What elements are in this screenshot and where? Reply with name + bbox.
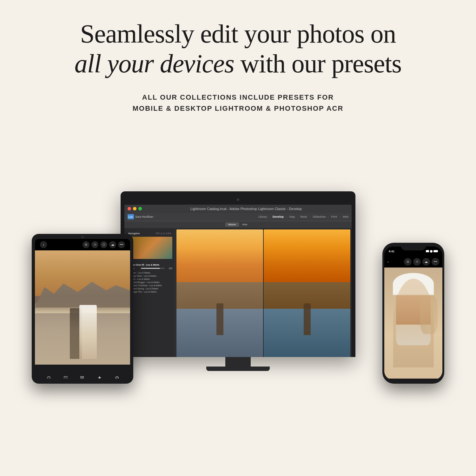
bride-figure [79,305,97,359]
edit-icon: ⊞ [78,374,87,379]
monitor-titlebar: Lightroom Catalog.lrcat - Adobe Photosho… [124,205,352,213]
lr-before-btn[interactable]: Before [225,222,239,227]
person-after [304,303,311,335]
phone-icon-2[interactable]: ☉ [413,258,421,266]
lr-navigator-header: Navigator FIT | 1:1 | 2:1% [127,231,172,235]
wedding-photo-bg [35,250,130,365]
headline-line1: Seamlessly edit your photos on [80,19,396,48]
tablet-top-icons: ‹ ⊙ ☉ ⬡ ☁ ••• [35,239,130,250]
tablet-tool-presets[interactable]: ⊙ Presets [44,374,54,379]
headline-normal: with our presets [234,49,401,78]
lr-preset-item-1[interactable]: Urban - Lou & Marks [127,271,172,274]
lr-preset-item-6[interactable]: Vibrant Spring - Lou & Marks [127,287,172,290]
tablet-photo [35,250,130,365]
traffic-light-red [128,207,131,210]
monitor-outer: Lightroom Catalog.lrcat - Adobe Photosho… [121,191,355,357]
signal-icon [426,250,429,252]
lr-slider-fill [141,268,160,269]
tablet-tool-icons: ⊙ Presets ⊡ Crop ⊞ Edit ✦ [41,372,124,379]
headline-italic: all your devices [75,49,234,78]
monitor-screen: Lightroom Catalog.lrcat - Adobe Photosho… [124,205,352,357]
monitor-stand [121,357,355,371]
subtitle-line1: ALL OUR COLLECTIONS INCLUDE PRESETS FOR [142,93,334,101]
subtitle-line2: MOBILE & DESKTOP LIGHTROOM & PHOTOSHOP A… [133,104,344,112]
lr-photo-area: ⊞ ⊟ ⊠ ⌄ Before & After ◀ ▶ Soft Proofing [175,228,352,357]
phone-device: 9:41 ‹ ⊙ ☉ ☁ ••• [382,243,444,384]
sunset-after-sky [264,229,350,289]
lr-preset-item-3[interactable]: Vibes - Lou & Marks [127,278,172,281]
tablet-icon-more[interactable]: ••• [118,241,125,248]
phone-icon-3[interactable]: ☁ [422,258,430,266]
tablet-tool-edit[interactable]: ⊞ Edit [78,374,87,379]
headline-section: Seamlessly edit your photos on all your … [49,19,427,79]
lr-tab-map[interactable]: Map [289,215,295,218]
desktop-monitor: Lightroom Catalog.lrcat - Adobe Photosho… [121,191,355,371]
lr-tab-book[interactable]: Book [301,215,307,218]
wifi-icon [430,250,433,253]
tablet-tool-heal[interactable]: ⊘ Heal [112,374,121,379]
tablet-outer: ‹ ⊙ ☉ ⬡ ☁ ••• [32,234,133,384]
lr-preset-list: Urban - Lou & Marks Vacay Vibes - Lou & … [127,271,172,293]
phone-photo [384,268,442,379]
tablet-tool-masking[interactable]: ✦ Masking [94,374,105,379]
sunset-before-scene [176,229,263,357]
phone-notch [401,243,426,250]
lr-nav-tabs: Library | Develop | Map | Book | Slidesh… [258,215,348,218]
lr-preset-item-2[interactable]: Vacay Vibes - Lou & Marks [127,274,172,277]
tablet-back-button[interactable]: ‹ [40,241,47,248]
lr-main-ui: Navigator FIT | 1:1 | 2:1% Preset Vintag… [124,228,352,357]
tablet-camera [81,236,84,238]
lr-preset-item-7[interactable]: Vintage Film - Lou & Marks [127,290,172,293]
phone-time: 9:41 [389,250,394,253]
phone-icon-1[interactable]: ⊙ [404,258,412,266]
woman-hat-background [384,268,442,379]
phone-icon-4[interactable]: ••• [432,258,439,266]
lr-logo: LrC [128,214,134,219]
lr-logo-area: LrC Sara Houlihan [128,214,153,219]
monitor-camera [237,198,239,201]
monitor-camera-bar [124,195,352,204]
battery-icon [433,250,438,252]
lr-before-after-bar: Before After [124,221,352,228]
headline-text: Seamlessly edit your photos on all your … [75,19,401,79]
woman-hat-shape [393,273,433,295]
devices-section: Lightroom Catalog.lrcat - Adobe Photosho… [0,123,476,409]
lr-after-btn[interactable]: After [239,222,251,227]
lr-preset-item-5[interactable]: Vibrant Christmas - Lou & Marks [127,284,172,287]
heal-icon: ⊘ [112,374,121,379]
traffic-light-green [138,207,142,210]
sunset-sky [176,229,263,289]
back-arrow-icon: ‹ [43,242,44,247]
lr-tab-develop[interactable]: Develop [273,215,284,218]
groom-figure [70,308,82,359]
tablet-device: ‹ ⊙ ☉ ⬡ ☁ ••• [32,234,133,384]
lr-slider[interactable] [141,268,165,269]
masking-icon: ✦ [95,374,104,379]
lr-navigator-thumb [127,237,172,259]
monitor-base [206,367,270,371]
tablet-icon-camera[interactable]: ⬡ [100,241,107,248]
lr-before-panel [176,229,263,357]
lr-tab-slideshow[interactable]: Slideshow [313,215,326,218]
phone-back-arrow-icon[interactable]: ‹ [387,259,389,264]
subtitle-section: ALL OUR COLLECTIONS INCLUDE PRESETS FOR … [101,92,375,114]
traffic-light-yellow [133,207,136,210]
phone-screen: 9:41 ‹ ⊙ ☉ ☁ ••• [384,247,442,380]
person-before [216,303,223,335]
lr-tab-library[interactable]: Library [258,215,267,218]
tablet-top-right-icons: ⊙ ☉ ⬡ ☁ ••• [83,241,125,248]
lr-after-panel [264,229,350,357]
tablet-icon-adjustments[interactable]: ☉ [91,241,98,248]
lr-preset-value: Vintage Glow 05 - Lou & Marks [127,264,172,266]
lr-tab-web[interactable]: Web [343,215,348,218]
lr-tab-print[interactable]: Print [331,215,337,218]
tablet-icon-presets[interactable]: ⊙ [83,241,89,248]
woman-arm [420,295,438,334]
tablet-icon-cloud[interactable]: ☁ [109,241,116,248]
lr-photos-panels [175,228,352,357]
tablet-bottom-bar: ⊙ Presets ⊡ Crop ⊞ Edit ✦ [35,365,130,379]
sunset-after-scene [264,229,350,357]
tablet-tool-crop[interactable]: ⊡ Crop [61,374,70,379]
phone-bottom-bar: ⊙ Presets ⊡ Crop ⊞ Edit ✦ [384,379,442,380]
lr-preset-item-4[interactable]: Vibrant Blogger - Lou & Marks [127,281,172,284]
